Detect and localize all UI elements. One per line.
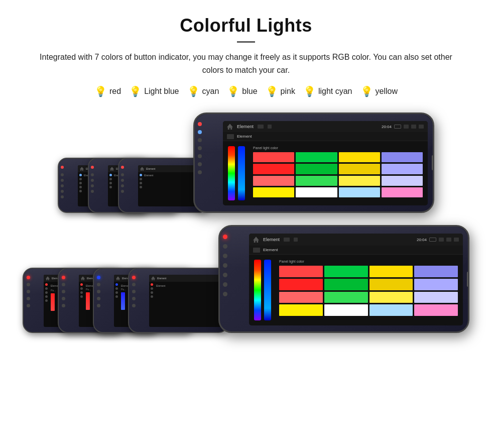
badge-pink: 💡 pink xyxy=(266,85,295,97)
ctrl-large-5 xyxy=(198,162,202,166)
bulb-yellow-icon: 💡 xyxy=(360,85,373,97)
ctrl-bl-4 xyxy=(223,273,227,277)
bulb-lightblue-icon: 💡 xyxy=(129,85,142,97)
screen-icon-bl-1 xyxy=(284,238,290,242)
element-row-bl: Element xyxy=(263,248,278,252)
description-text: Integrated with 7 colors of button indic… xyxy=(30,51,462,76)
badge-pink-label: pink xyxy=(281,87,295,96)
badge-lightblue: 💡 Light blue xyxy=(129,85,179,97)
top-devices-row: Element Element xyxy=(20,113,472,213)
ctrl-large-3 xyxy=(198,146,202,150)
ctrl-bl-5 xyxy=(223,282,227,287)
grid-cell-1 xyxy=(296,152,337,162)
screen-time: 20:04 xyxy=(382,125,392,129)
grid-cell-0 xyxy=(253,152,294,162)
mini-home-b2 xyxy=(81,276,85,280)
ctrl-b4-1 xyxy=(132,283,136,286)
ctrl-b4-2 xyxy=(132,290,136,293)
power-red-1 xyxy=(27,276,30,279)
b-grid-5 xyxy=(324,279,368,290)
ctrl-b1-3 xyxy=(27,297,30,300)
b-grid-1 xyxy=(324,266,368,277)
right-side-btn-bl xyxy=(467,272,469,287)
grid-cell-15 xyxy=(382,187,423,197)
ctrl-dot-1 xyxy=(61,173,64,176)
b-grid-6 xyxy=(370,279,413,290)
ctrl-b2-3 xyxy=(62,297,65,300)
ctrl-bl-3 xyxy=(223,263,227,268)
badge-cyan-label: cyan xyxy=(202,87,219,96)
grid-cell-4 xyxy=(253,164,294,174)
grid-cell-7 xyxy=(382,164,423,174)
red-bar-b1 xyxy=(51,293,55,311)
ctrl-dot-3-3 xyxy=(121,184,124,187)
mini-home-icon-3 xyxy=(140,167,144,171)
power-btn-large xyxy=(198,122,202,126)
b-grid-10 xyxy=(370,292,413,303)
b-grid-13 xyxy=(324,304,368,316)
mini-home-b3 xyxy=(116,276,120,280)
ctrl-b2-1 xyxy=(62,283,65,286)
ctrl-large-1 xyxy=(198,130,202,134)
screen-home-icon xyxy=(227,124,233,130)
ctrl-large-2 xyxy=(198,138,202,142)
screen-icon-bl-2 xyxy=(294,238,298,242)
ctrl-b1-2 xyxy=(27,290,30,293)
power-indicator xyxy=(61,166,64,169)
ctrl-b4-3 xyxy=(132,297,136,300)
ctrl-dot-3-1 xyxy=(121,173,124,176)
ctrl-bl-1 xyxy=(223,244,227,249)
ctrl-b2-4 xyxy=(62,304,65,307)
rainbow-bar-1 xyxy=(228,146,235,200)
ctrl-dot-2 xyxy=(61,179,64,182)
power-blue-3 xyxy=(97,276,100,279)
badge-yellow: 💡 yellow xyxy=(360,85,398,97)
ctrl-dot-2-2 xyxy=(91,179,94,182)
screen-icon-2 xyxy=(268,125,272,129)
mini-home-icon xyxy=(80,167,84,171)
rainbow-bar-bl xyxy=(254,260,261,320)
screen-time-bl: 20:04 xyxy=(417,238,427,242)
ctrl-bl-2 xyxy=(223,254,227,258)
menu-icon xyxy=(227,134,234,139)
b-grid-14 xyxy=(370,304,413,316)
panel-color-label-bl: Panel light color xyxy=(279,260,458,263)
title-section: Colorful Lights xyxy=(20,15,472,43)
ctrl-dot-2-3 xyxy=(91,184,94,187)
ctrl-dot-4 xyxy=(61,190,64,193)
b-grid-7 xyxy=(414,279,458,290)
ctrl-b2-2 xyxy=(62,290,65,293)
b-grid-2 xyxy=(370,266,413,277)
ctrl-dot-3-4 xyxy=(121,190,124,193)
badge-red-label: red xyxy=(109,87,121,96)
badge-blue: 💡 blue xyxy=(227,85,257,97)
badge-lightcyan-label: light cyan xyxy=(318,87,352,96)
ctrl-b3-4 xyxy=(97,304,100,307)
wifi-icon xyxy=(411,125,416,129)
bulb-pink-icon: 💡 xyxy=(266,85,278,97)
mini-title-b4: Element xyxy=(157,277,166,280)
bulb-cyan-icon: 💡 xyxy=(187,85,200,97)
bottom-devices-row: Element Element Pa... xyxy=(20,225,472,333)
ctrl-bl-6 xyxy=(223,292,227,296)
ctrl-dot-3-2 xyxy=(121,179,124,182)
device-bottom-4: Element Element xyxy=(128,268,228,333)
grid-cell-10 xyxy=(339,176,380,186)
ctrl-b3-3 xyxy=(97,297,100,300)
grid-cell-14 xyxy=(339,187,380,197)
grid-cell-12 xyxy=(253,187,294,197)
back-bl xyxy=(454,238,459,242)
power-red-4 xyxy=(132,276,136,279)
b-grid-0 xyxy=(279,266,323,277)
b-grid-4 xyxy=(279,279,323,290)
bulb-red-icon: 💡 xyxy=(94,85,107,97)
b-grid-3 xyxy=(414,266,458,277)
screen-icon-1 xyxy=(258,125,264,129)
badge-blue-label: blue xyxy=(242,87,257,96)
badge-cyan: 💡 cyan xyxy=(187,85,219,97)
red-bar-b2 xyxy=(86,292,90,310)
element-row-text: Element xyxy=(237,134,252,139)
wifi-bl xyxy=(446,238,451,242)
mini-home-icon-2 xyxy=(110,167,114,171)
mini-home-b1 xyxy=(46,276,50,280)
